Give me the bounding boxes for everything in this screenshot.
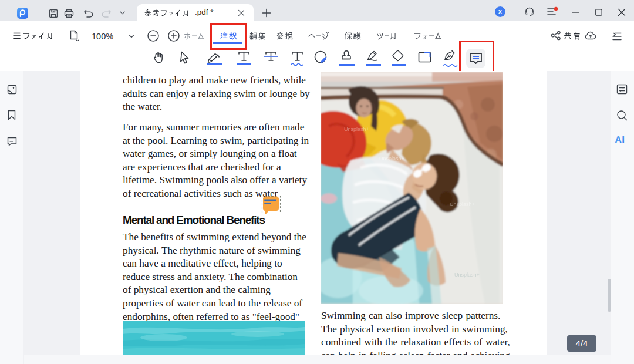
svg-text:Unsplash+: Unsplash+ bbox=[454, 272, 480, 278]
svg-text:AI: AI bbox=[615, 134, 625, 146]
svg-text:Unsplash+: Unsplash+ bbox=[379, 156, 404, 161]
svg-text:Unsplash+: Unsplash+ bbox=[450, 201, 475, 207]
svg-text:Unsplash+: Unsplash+ bbox=[344, 126, 369, 132]
